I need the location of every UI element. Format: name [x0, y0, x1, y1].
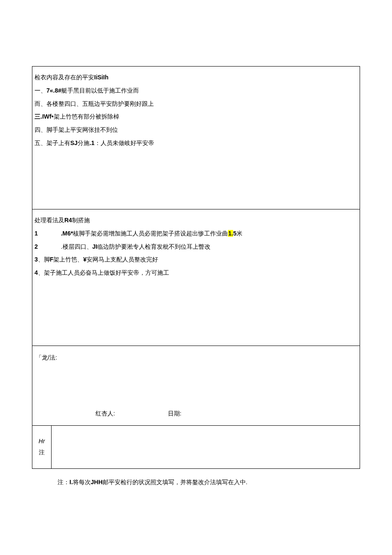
section2-line4: 4、架子施工人员必奋马上做饭好平安帝，方可施工	[35, 266, 357, 279]
section2-line2: 2 .楼层四口、JI临边防护要淞专人检育发枇不到位耳上瞥改	[35, 240, 357, 253]
zhu-label: 注	[39, 447, 45, 458]
footer-bold2: JHH	[91, 479, 103, 485]
footer-prefix: 注：	[58, 479, 69, 485]
line-bold: .M6*	[61, 230, 73, 237]
line-text: 艇手黑目前以低于施工作业而	[61, 87, 139, 94]
section1-line1: 一、7«.8#艇手黑目前以低于施工作业而	[35, 84, 357, 97]
footer-note: 注：I.将每次JHH邮平安检行的状况照文填写，并将鏊改介法填写在入中.	[58, 477, 360, 487]
hr-left-cell: Hr 注	[32, 426, 52, 468]
signature-section: 「龙/法: 红杏人: 日期:	[32, 346, 360, 426]
hr-right-cell	[52, 426, 360, 468]
inspection-content-section: 检衣内容及存在的平安IiSiIh 一、7«.8#艇手黑目前以低于施工作业而 而、…	[32, 67, 360, 209]
section2-title: 处理看法及R4制搭施	[35, 214, 357, 227]
line-num: 1	[35, 227, 38, 240]
section1-line4: 四、脚手架上平安网张挂不到位	[35, 123, 357, 137]
line-content: .楼层四口、JI临边防护要淞专人检育发枇不到位耳上瞥改	[61, 243, 211, 250]
sign-line: 红杏人: 日期:	[95, 407, 356, 420]
line-text2: 米	[236, 230, 242, 237]
line-bold2: 5	[233, 230, 236, 237]
title-prefix: 处理看法及	[35, 217, 64, 224]
section1-line5: 五、架子上有SJ分施.1：人员未做岐好平安帝	[35, 137, 357, 150]
line-bold2: .1	[89, 139, 95, 146]
line-bold2: ¥	[83, 256, 86, 263]
section3-label: 「龙/法:	[36, 354, 57, 361]
title-suffix: 制搭施	[72, 217, 90, 224]
line-text2: 架上竹笆、	[53, 256, 83, 263]
line-num: 4	[35, 269, 38, 276]
handling-measures-section: 处理看法及R4制搭施 1 .M6*核脚手架必需增加施工人员必需把架子搭设超出惨工…	[32, 209, 360, 346]
hr-label: Hr	[39, 436, 45, 447]
section1-line2: 而、各楼整四口、五瓶边平安防护要刚好跟上	[35, 97, 357, 110]
title-bold: IiSiIh	[94, 74, 108, 81]
line-text2: 临边防护要淞专人检育发枇不到位耳上瞥改	[97, 243, 210, 250]
line-text3: 安网马上支配人员整改完好	[86, 256, 158, 263]
title-text: 检衣内容及存在的平安	[35, 74, 94, 81]
line-bold: .IWf•	[40, 113, 54, 120]
line-text: 、架子施工人员必奋马上做饭好平安帝，方可施工	[38, 269, 169, 276]
line-text: 架上竹笆有部分被拆除棹	[54, 113, 119, 120]
line-text: 核脚手架必需增加施工人员必需把架子搭设超出惨工作业曲	[73, 230, 228, 237]
line-text: 、脚	[38, 256, 50, 263]
line-prefix: 一、	[35, 87, 46, 94]
title-bold: R4	[64, 217, 72, 224]
section1-line3: 三.IWf•架上竹笆有部分被拆除棹	[35, 110, 357, 123]
footer-text1: 将每次	[73, 479, 91, 485]
line-mid: 分施	[78, 139, 89, 146]
line-content: .M6*核脚手架必需增加施工人员必需把架子搭设超出惨工作业曲1.5米	[61, 230, 242, 237]
line-prefix: 五、架子上有	[35, 139, 70, 146]
line-bold: JI	[92, 243, 98, 250]
section2-line1: 1 .M6*核脚手架必需增加施工人员必需把架子搭设超出惨工作业曲1.5米	[35, 227, 357, 240]
line-num: 2	[35, 240, 38, 253]
sign-date-label: 日期:	[168, 407, 182, 420]
line-text: .楼层四口、	[61, 243, 92, 250]
line-num: 3	[35, 256, 38, 263]
section2-line3: 3、脚F架上竹笆、¥安网马上支配人员整改完好	[35, 253, 357, 266]
footer-text2: 邮平安检行的状况照文填写，并将鏊改介法填写在入中.	[103, 479, 248, 485]
sign-person-label: 红杏人:	[95, 407, 115, 420]
section1-title: 检衣内容及存在的平安IiSiIh	[35, 71, 357, 84]
footer-bold1: I.	[69, 479, 73, 485]
line-prefix: 三	[35, 113, 40, 120]
line-highlight: 1.	[228, 230, 233, 237]
line-bold: SJ	[70, 139, 78, 146]
hr-note-section: Hr 注	[32, 426, 360, 468]
line-text: ：人员未做岐好平安帝	[95, 139, 154, 146]
line-bold: 7«.8#	[46, 87, 61, 94]
